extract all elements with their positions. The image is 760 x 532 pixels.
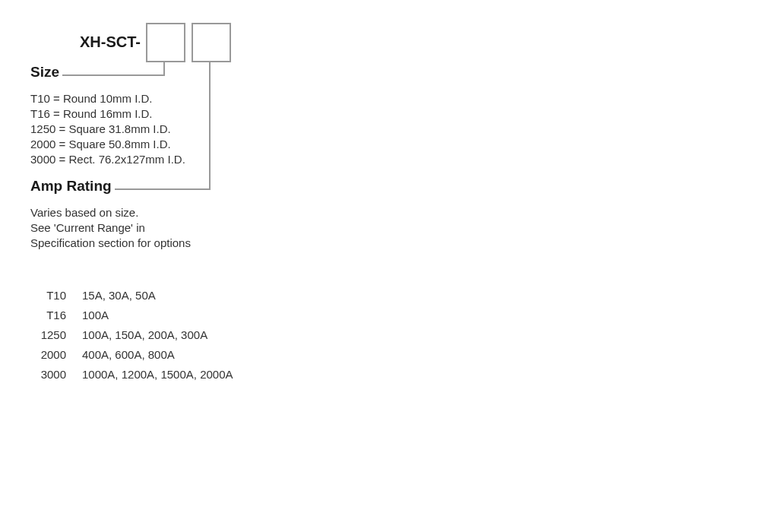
size-option: 2000 = Square 50.8mm I.D. bbox=[30, 137, 185, 152]
size-placeholder-box bbox=[146, 23, 185, 62]
ratings-table: T10 15A, 30A, 50A T16 100A 1250 100A, 15… bbox=[35, 285, 236, 385]
amp-line: Varies based on size. bbox=[30, 205, 191, 220]
amp-description: Varies based on size. See 'Current Range… bbox=[30, 205, 191, 251]
rating-values: 100A bbox=[81, 306, 234, 325]
table-row: T10 15A, 30A, 50A bbox=[36, 287, 234, 305]
table-row: 2000 400A, 600A, 800A bbox=[36, 346, 234, 364]
rating-values: 1000A, 1200A, 1500A, 2000A bbox=[81, 366, 234, 384]
amp-line: Specification section for options bbox=[30, 236, 191, 251]
table-row: 1250 100A, 150A, 200A, 300A bbox=[36, 326, 234, 344]
part-number-row: XH-SCT- bbox=[30, 23, 486, 65]
size-option: 3000 = Rect. 76.2x127mm I.D. bbox=[30, 152, 185, 167]
size-options-list: T10 = Round 10mm I.D. T16 = Round 16mm I… bbox=[30, 91, 185, 167]
table-row: T16 100A bbox=[36, 306, 234, 325]
part-prefix-label: XH-SCT- bbox=[80, 33, 141, 51]
size-option: T10 = Round 10mm I.D. bbox=[30, 91, 185, 106]
part-number-diagram: XH-SCT- Size T10 = Round 10mm I.D. T16 =… bbox=[30, 23, 486, 65]
rating-size: T16 bbox=[36, 306, 80, 325]
amp-line: See 'Current Range' in bbox=[30, 220, 191, 236]
rating-size: T10 bbox=[36, 287, 80, 305]
rating-size: 1250 bbox=[36, 326, 80, 344]
size-option: 1250 = Square 31.8mm I.D. bbox=[30, 122, 185, 137]
amp-placeholder-box bbox=[192, 23, 231, 62]
table-row: 3000 1000A, 1200A, 1500A, 2000A bbox=[36, 366, 234, 384]
rating-size: 3000 bbox=[36, 366, 80, 384]
rating-values: 15A, 30A, 50A bbox=[81, 287, 234, 305]
rating-size: 2000 bbox=[36, 346, 80, 364]
rating-values: 400A, 600A, 800A bbox=[81, 346, 234, 364]
size-option: T16 = Round 16mm I.D. bbox=[30, 106, 185, 122]
rating-values: 100A, 150A, 200A, 300A bbox=[81, 326, 234, 344]
connector-line bbox=[209, 62, 211, 190]
amp-heading: Amp Rating bbox=[30, 178, 115, 195]
size-heading: Size bbox=[30, 64, 62, 81]
